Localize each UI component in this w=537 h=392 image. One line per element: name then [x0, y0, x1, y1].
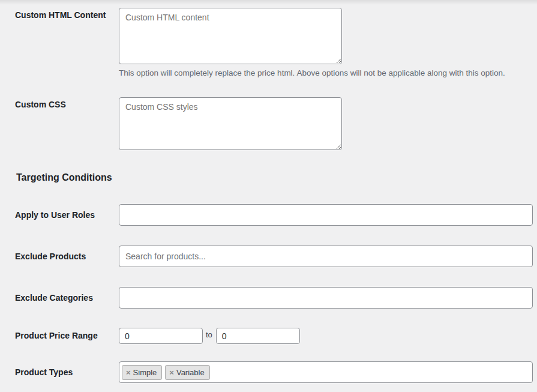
product-type-tag-simple: × Simple — [122, 365, 162, 380]
exclude-categories-row: Exclude Categories — [0, 287, 537, 309]
tag-remove-icon[interactable]: × — [126, 369, 131, 376]
exclude-products-field — [119, 246, 537, 267]
user-roles-field — [119, 204, 537, 226]
targeting-conditions-heading: Targeting Conditions — [16, 172, 112, 183]
price-range-label: Product Price Range — [0, 331, 119, 341]
product-types-row: Product Types × Simple × Variable — [0, 361, 537, 383]
top-edge-shadow — [0, 0, 537, 5]
custom-css-row: Custom CSS — [0, 97, 537, 150]
tag-remove-icon[interactable]: × — [169, 369, 174, 376]
price-range-row: Product Price Range to — [0, 328, 537, 344]
exclude-products-label: Exclude Products — [0, 252, 119, 262]
custom-html-description: This option will completely replace the … — [119, 68, 521, 79]
user-roles-label: Apply to User Roles — [0, 210, 119, 220]
price-range-separator: to — [206, 328, 212, 339]
product-types-field-wrap: × Simple × Variable — [119, 361, 537, 383]
custom-html-field: This option will completely replace the … — [119, 8, 537, 79]
product-type-tag-variable: × Variable — [165, 365, 209, 380]
exclude-products-input[interactable] — [119, 246, 533, 267]
product-types-label: Product Types — [0, 367, 119, 378]
tag-label: Simple — [133, 368, 157, 377]
price-min-input[interactable] — [119, 328, 203, 344]
price-max-input[interactable] — [216, 328, 300, 344]
product-types-field[interactable]: × Simple × Variable — [119, 361, 533, 383]
user-roles-row: Apply to User Roles — [0, 204, 537, 226]
tag-label: Variable — [176, 368, 205, 377]
exclude-categories-input[interactable] — [119, 287, 533, 309]
price-range-group: to — [119, 328, 537, 344]
exclude-products-row: Exclude Products — [0, 246, 537, 267]
settings-page: Custom HTML Content This option will com… — [0, 0, 537, 392]
user-roles-input[interactable] — [119, 204, 533, 226]
custom-css-field — [119, 97, 537, 150]
price-range-field: to — [119, 328, 537, 344]
exclude-categories-field — [119, 287, 537, 309]
custom-html-label: Custom HTML Content — [0, 8, 119, 20]
custom-html-row: Custom HTML Content This option will com… — [0, 8, 537, 79]
exclude-categories-label: Exclude Categories — [0, 293, 119, 303]
custom-css-textarea[interactable] — [119, 97, 342, 150]
custom-css-label: Custom CSS — [0, 97, 119, 110]
custom-html-textarea[interactable] — [119, 8, 342, 64]
